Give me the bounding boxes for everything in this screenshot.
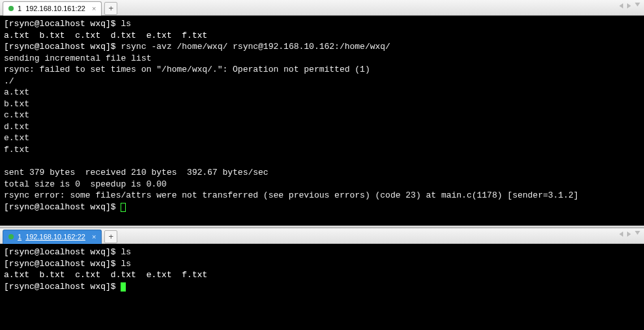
- output-line: e.txt: [4, 133, 29, 143]
- prompt: [rsync@localhost wxq]$: [4, 259, 121, 269]
- tab-index: 1: [18, 233, 22, 241]
- add-tab-button[interactable]: +: [104, 2, 117, 15]
- tab-index: 1: [18, 5, 22, 12]
- prompt: [rsync@localhost wxq]$: [4, 19, 121, 29]
- prompt: [rsync@localhost wxq]$: [4, 42, 121, 52]
- prompt: [rsync@localhost wxq]$: [4, 247, 121, 257]
- ls-output: a.txt b.txt c.txt d.txt e.txt f.txt: [4, 270, 207, 280]
- prompt: [rsync@localhost wxq]$: [4, 282, 121, 292]
- command: ls: [121, 19, 131, 29]
- cursor-icon: [121, 203, 126, 212]
- next-tab-icon[interactable]: [627, 3, 631, 8]
- output-line: d.txt: [4, 122, 29, 132]
- next-tab-icon[interactable]: [627, 232, 631, 237]
- output-line: total size is 0 speedup is 0.00: [4, 179, 167, 189]
- tabbar-bottom: 1 192.168.10.162:22 × +: [0, 228, 644, 244]
- terminal-output-1[interactable]: [rsync@localhost wxq]$ ls a.txt b.txt c.…: [0, 16, 644, 226]
- tabbar-top: 1 192.168.10.161:22 × +: [0, 0, 644, 16]
- prompt: [rsync@localhost wxq]$: [4, 202, 121, 212]
- prev-tab-icon[interactable]: [619, 3, 623, 8]
- close-icon[interactable]: ×: [92, 5, 96, 12]
- output-line: rsync error: some files/attrs were not t…: [4, 190, 579, 200]
- output-line: ./: [4, 76, 14, 86]
- tabbar-nav: [619, 231, 640, 237]
- ls-output: a.txt b.txt c.txt d.txt e.txt f.txt: [4, 31, 207, 40]
- tab-host-161[interactable]: 1 192.168.10.161:22 ×: [3, 1, 102, 16]
- terminal-pane-1: 1 192.168.10.161:22 × + [rsync@localhost…: [0, 0, 644, 226]
- cursor-icon: [121, 282, 126, 292]
- add-tab-button[interactable]: +: [104, 230, 117, 243]
- tab-menu-icon[interactable]: [635, 3, 640, 9]
- output-line: f.txt: [4, 145, 29, 155]
- prev-tab-icon[interactable]: [619, 232, 623, 237]
- output-line: sent 379 bytes received 210 bytes 392.67…: [4, 168, 269, 177]
- tab-label: 192.168.10.162:22: [25, 233, 85, 241]
- output-line: b.txt: [4, 99, 29, 109]
- output-line: a.txt: [4, 87, 29, 97]
- tab-host-162[interactable]: 1 192.168.10.162:22 ×: [3, 230, 102, 244]
- tab-menu-icon[interactable]: [635, 231, 640, 237]
- tabbar-nav: [619, 3, 640, 9]
- status-dot-icon: [8, 234, 14, 239]
- output-line: rsync: failed to set times on "/home/wxq…: [4, 65, 370, 74]
- terminal-pane-2: 1 192.168.10.162:22 × + [rsync@localhost…: [0, 228, 644, 330]
- close-icon[interactable]: ×: [92, 233, 96, 241]
- tab-label: 192.168.10.161:22: [25, 5, 85, 12]
- command: ls: [121, 259, 131, 269]
- output-line: c.txt: [4, 110, 29, 120]
- command: ls: [121, 247, 131, 257]
- status-dot-icon: [8, 6, 14, 11]
- output-line: sending incremental file list: [4, 53, 151, 63]
- terminal-output-2[interactable]: [rsync@localhost wxq]$ ls [rsync@localho…: [0, 244, 644, 330]
- command: rsync -avz /home/wxq/ rsync@192.168.10.1…: [121, 42, 390, 52]
